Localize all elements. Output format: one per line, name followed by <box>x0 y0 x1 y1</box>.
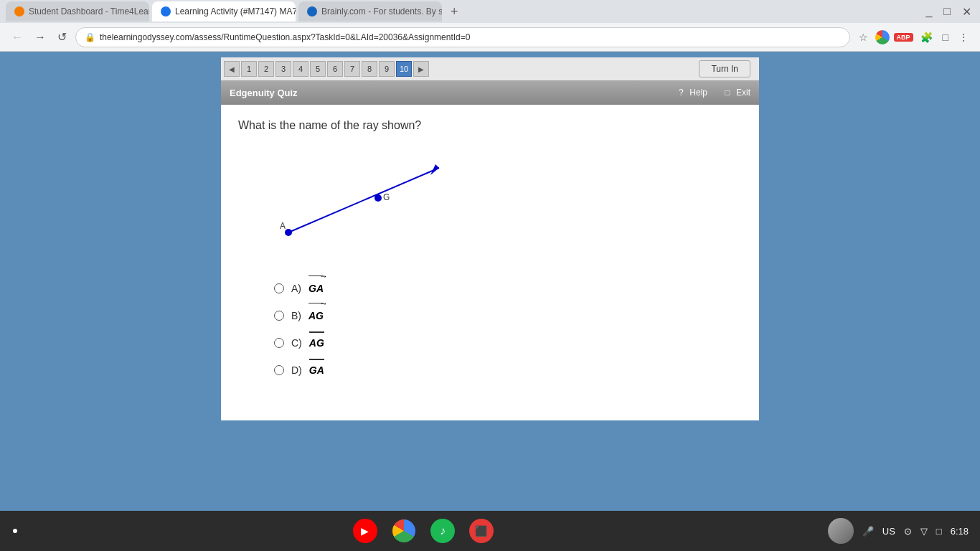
question-num-10[interactable]: 10 <box>396 61 412 77</box>
tab-icon-2 <box>161 6 171 17</box>
question-num-9[interactable]: 9 <box>379 61 395 77</box>
point-g-dot <box>374 194 382 202</box>
tab-learning-activity[interactable]: Learning Activity (#M7147) MA7 ✕ <box>152 1 296 22</box>
exit-label: Exit <box>736 88 750 98</box>
option-c-text: AG <box>309 337 324 349</box>
answer-option-a[interactable]: A) → GA <box>274 283 742 294</box>
spotify-symbol: ♪ <box>440 524 446 537</box>
back-button[interactable]: ← <box>9 28 26 47</box>
youtube-icon[interactable]: ▶ <box>353 519 377 543</box>
help-button[interactable]: ? Help <box>675 87 707 98</box>
page-content: ◀ 1 2 3 4 5 6 7 8 9 10 ▶ Turn In Edgenui… <box>0 52 980 511</box>
tab-icon-1 <box>14 6 24 17</box>
recorder-symbol: ⬛ <box>475 525 487 537</box>
lock-icon: 🔒 <box>85 32 95 42</box>
recorder-icon[interactable]: ⬛ <box>469 519 494 543</box>
adblock-badge: ABP <box>894 33 913 42</box>
taskbar-center: ▶ ♪ ⬛ <box>19 519 828 543</box>
profile-button[interactable]: □ <box>940 29 951 46</box>
answer-option-c[interactable]: C) AG <box>274 337 742 349</box>
prev-question-arrow[interactable]: ◀ <box>224 61 240 77</box>
radio-c[interactable] <box>274 338 284 348</box>
option-a-label: A) <box>291 283 301 294</box>
tab-student-dashboard[interactable]: Student Dashboard - Time4Lear ✕ <box>6 1 149 22</box>
tab-label-3: Brainly.com - For students. By st <box>321 6 442 17</box>
geometry-diagram: A G <box>267 146 453 261</box>
address-text: thelearningodyssey.com/assess/RuntimeQue… <box>100 32 470 42</box>
chrome-taskbar-icon[interactable] <box>392 519 416 543</box>
arrowhead <box>430 164 439 175</box>
close-button[interactable]: ✕ <box>959 2 974 22</box>
chrome-circle <box>392 519 415 542</box>
next-question-arrow[interactable]: ▶ <box>413 61 429 77</box>
taskbar: ▶ ♪ ⬛ 🎤 US ⊙ ▽ □ 6:18 <box>0 511 980 551</box>
forward-button[interactable]: → <box>32 28 49 47</box>
youtube-symbol: ▶ <box>361 525 369 537</box>
network-icon: ⊙ <box>904 526 912 537</box>
option-b-label: B) <box>291 310 301 321</box>
radio-d[interactable] <box>274 365 284 375</box>
minimize-button[interactable]: _ <box>923 2 935 21</box>
tab-label-1: Student Dashboard - Time4Lear <box>29 6 149 17</box>
exit-icon: □ <box>722 87 733 98</box>
point-a-dot <box>285 229 292 236</box>
question-area: What is the name of the ray shown? A G <box>221 105 759 420</box>
question-num-2[interactable]: 2 <box>258 61 274 77</box>
address-bar[interactable]: 🔒 thelearningodyssey.com/assess/RuntimeQ… <box>75 27 850 47</box>
battery-icon: □ <box>936 526 942 537</box>
option-d-text: GA <box>309 364 324 376</box>
time-display: 6:18 <box>951 526 969 537</box>
answer-options: A) → GA B) → AG <box>238 283 742 376</box>
point-a-label: A <box>280 221 286 231</box>
exit-button[interactable]: □ Exit <box>722 87 750 98</box>
quiz-container: ◀ 1 2 3 4 5 6 7 8 9 10 ▶ Turn In Edgenui… <box>221 57 759 420</box>
spotify-icon[interactable]: ♪ <box>430 519 455 543</box>
point-g-label: G <box>383 192 390 202</box>
browser-titlebar: Student Dashboard - Time4Lear ✕ Learning… <box>0 0 980 23</box>
turn-in-button[interactable]: Turn In <box>699 60 750 77</box>
language-indicator: US <box>882 526 895 537</box>
quiz-header-actions: ? Help □ Exit <box>675 87 750 98</box>
question-num-8[interactable]: 8 <box>362 61 377 77</box>
option-d-label: D) <box>291 364 302 376</box>
reload-button[interactable]: ↺ <box>55 27 70 47</box>
quiz-header: Edgenuity Quiz ? Help □ Exit <box>221 80 759 105</box>
question-num-4[interactable]: 4 <box>293 61 308 77</box>
taskbar-right: 🎤 US ⊙ ▽ □ 6:18 <box>828 518 969 544</box>
mic-icon: 🎤 <box>862 526 874 537</box>
maximize-button[interactable]: □ <box>941 2 953 21</box>
chrome-sync-icon <box>875 30 890 44</box>
ray-line <box>288 168 439 232</box>
radio-b[interactable] <box>274 311 284 321</box>
question-navigation: ◀ 1 2 3 4 5 6 7 8 9 10 ▶ Turn In <box>221 57 759 80</box>
option-b-text: → AG <box>308 310 324 321</box>
question-num-5[interactable]: 5 <box>310 61 326 77</box>
taskbar-left <box>11 527 19 534</box>
option-c-label: C) <box>291 337 302 349</box>
avatar <box>828 518 854 544</box>
ray-diagram-svg: A G <box>267 146 453 261</box>
option-a-text: → GA <box>308 283 324 294</box>
browser-actions: ☆ ABP 🧩 □ ⋮ <box>856 29 971 46</box>
tab-label-2: Learning Activity (#M7147) MA7 <box>175 6 296 17</box>
menu-button[interactable]: ⋮ <box>956 29 971 46</box>
question-num-3[interactable]: 3 <box>275 61 291 77</box>
tab-brainly[interactable]: Brainly.com - For students. By st ✕ <box>298 1 442 22</box>
new-tab-button[interactable]: + <box>445 4 464 19</box>
question-num-7[interactable]: 7 <box>344 61 360 77</box>
question-text: What is the name of the ray shown? <box>238 119 742 132</box>
help-label: Help <box>689 88 707 98</box>
answer-option-b[interactable]: B) → AG <box>274 310 742 321</box>
question-num-6[interactable]: 6 <box>327 61 343 77</box>
radio-a[interactable] <box>274 283 284 293</box>
notification-dot <box>11 527 19 534</box>
quiz-title: Edgenuity Quiz <box>230 88 298 98</box>
wifi-icon: ▽ <box>920 526 928 537</box>
help-icon: ? <box>675 87 687 98</box>
bookmark-button[interactable]: ☆ <box>856 29 871 46</box>
answer-option-d[interactable]: D) GA <box>274 364 742 376</box>
extensions-button[interactable]: 🧩 <box>918 29 936 46</box>
tab-icon-3 <box>307 6 317 17</box>
question-num-1[interactable]: 1 <box>241 61 257 77</box>
browser-addressbar: ← → ↺ 🔒 thelearningodyssey.com/assess/Ru… <box>0 23 980 52</box>
